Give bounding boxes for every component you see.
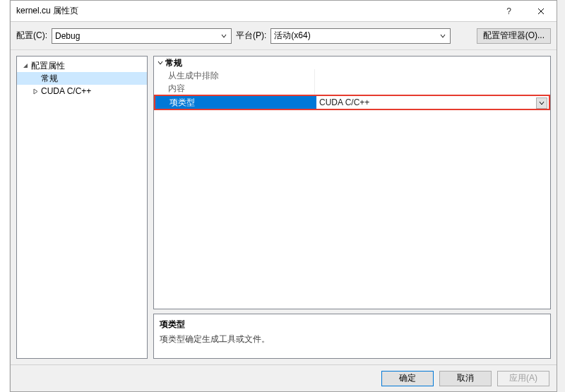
dialog-button-bar: 确定 取消 应用(A) [11,364,557,391]
config-toolbar: 配置(C): Debug 平台(P): 活动(x64) 配置管理器(O)... [11,22,557,50]
description-panel: 项类型 项类型确定生成工具或文件。 [153,314,551,359]
help-icon: ? [506,6,511,16]
property-name: 从生成中排除 [154,69,315,82]
window-title: kernel.cu 属性页 [11,5,78,17]
expander-open-icon [21,61,30,70]
config-manager-button[interactable]: 配置管理器(O)... [477,28,551,44]
property-value[interactable]: CUDA C/C++ [316,96,549,109]
titlebar: kernel.cu 属性页 ? [11,1,557,22]
editor-gutter [0,0,10,392]
dropdown-button[interactable] [536,97,547,109]
property-row-content[interactable]: 内容 [154,82,550,95]
chevron-down-icon [438,31,448,41]
tree-root-label: 配置属性 [31,60,65,72]
platform-value: 活动(x64) [274,30,310,42]
chevron-down-icon [219,31,229,41]
config-combo[interactable]: Debug [52,28,232,44]
property-row-exclude[interactable]: 从生成中排除 [154,69,550,82]
platform-combo[interactable]: 活动(x64) [270,28,451,44]
ok-button[interactable]: 确定 [381,371,434,386]
apply-button: 应用(A) [497,371,549,386]
tree-item-label: CUDA C/C++ [41,86,91,96]
property-group-header[interactable]: 常规 [154,57,550,69]
tree-item-general[interactable]: 常规 [17,72,147,85]
close-icon [537,8,545,15]
property-value[interactable] [315,82,550,95]
property-value[interactable] [315,69,550,82]
description-title: 项类型 [160,319,545,331]
property-row-item-type[interactable]: 项类型 CUDA C/C++ [154,95,550,110]
help-button[interactable]: ? [493,1,525,22]
property-page-dialog: kernel.cu 属性页 ? 配置(C): Debug 平台(P): 活动(x… [10,0,557,392]
config-label: 配置(C): [16,30,47,42]
property-name: 内容 [154,82,315,95]
close-button[interactable] [525,1,557,22]
description-text: 项类型确定生成工具或文件。 [160,333,545,345]
tree-item-label: 常规 [41,73,58,85]
collapse-icon [155,60,165,66]
tree-item-cuda[interactable]: CUDA C/C++ [17,85,147,97]
dialog-body: 配置属性 常规 CUDA C/C++ 常规 从生成中排除 [11,50,557,364]
tree-root[interactable]: 配置属性 [17,59,147,72]
config-value: Debug [55,31,80,41]
property-name: 项类型 [155,96,316,109]
expander-closed-icon [31,87,40,95]
right-column: 常规 从生成中排除 内容 项类型 CUDA C/C++ [153,56,551,359]
platform-label: 平台(P): [236,30,266,42]
category-tree[interactable]: 配置属性 常规 CUDA C/C++ [16,56,148,359]
cancel-button[interactable]: 取消 [439,371,492,386]
property-grid: 常规 从生成中排除 内容 项类型 CUDA C/C++ [153,56,551,309]
